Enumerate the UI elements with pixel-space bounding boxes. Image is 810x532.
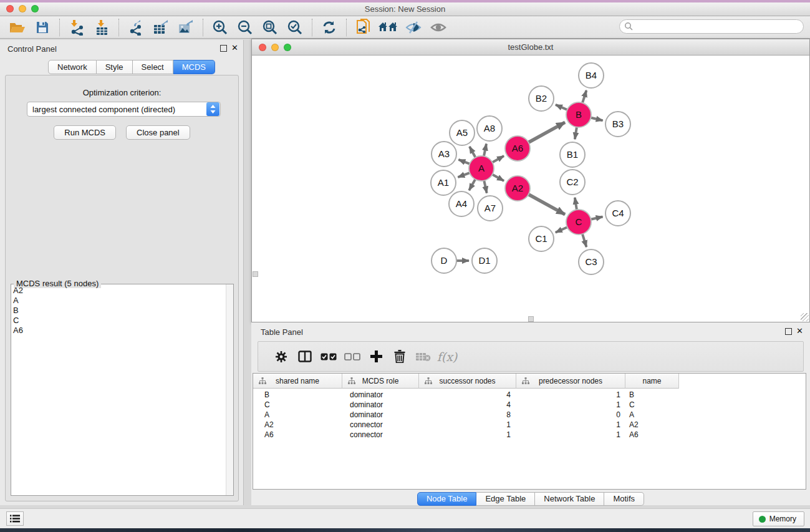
criterion-dropdown[interactable]: largest connected component (directed) (27, 102, 221, 117)
table-row[interactable]: A2connector11A2 (253, 420, 806, 430)
task-history-button[interactable] (6, 511, 24, 526)
node-B3[interactable]: B3 (605, 112, 630, 137)
bottom-scroll-handle[interactable] (528, 316, 534, 322)
search-input[interactable] (634, 22, 803, 31)
import-table-button[interactable] (89, 18, 114, 37)
tab-node-table[interactable]: Node Table (417, 492, 477, 506)
tab-select[interactable]: Select (133, 60, 173, 74)
result-item[interactable]: A6 (13, 326, 226, 336)
toolbar-separator (203, 19, 203, 36)
table-cell: A6 (625, 430, 679, 440)
node-B2[interactable]: B2 (529, 86, 554, 111)
close-panel-icon[interactable]: ✕ (231, 43, 238, 52)
table-cell: connector (342, 420, 419, 430)
network-window-titlebar[interactable]: testGlobe.txt (252, 39, 809, 56)
table-settings-button[interactable] (269, 346, 293, 367)
import-network-icon (69, 19, 85, 36)
zoom-selected-button[interactable] (282, 18, 307, 37)
column-header-predecessor-nodes[interactable]: predecessor nodes (516, 374, 625, 389)
show-columns-button[interactable] (293, 346, 317, 367)
export-image-button[interactable] (173, 18, 198, 37)
tab-network-table[interactable]: Network Table (535, 492, 604, 506)
result-item[interactable]: B (13, 306, 226, 316)
result-item[interactable]: A2 (13, 286, 226, 296)
close-panel-button[interactable]: Close panel (126, 125, 190, 140)
node-C3[interactable]: C3 (579, 249, 604, 274)
node-B[interactable]: B (566, 102, 591, 127)
node-A2[interactable]: A2 (505, 176, 530, 201)
tab-style[interactable]: Style (97, 60, 133, 74)
table-row[interactable]: Bdominator41B (253, 390, 806, 400)
node-A[interactable]: A (469, 156, 494, 181)
network-window-title: testGlobe.txt (252, 42, 809, 52)
tab-mcds[interactable]: MCDS (173, 60, 215, 74)
export-network-button[interactable] (123, 18, 148, 37)
node-A6[interactable]: A6 (505, 136, 530, 161)
zoom-in-button[interactable] (208, 18, 233, 37)
svg-text:D1: D1 (478, 255, 490, 266)
fit-content-button[interactable] (258, 18, 282, 37)
run-mcds-button[interactable]: Run MCDS (54, 125, 116, 140)
network-canvas[interactable]: AA1A2A3A4A5A6A7A8BB1B2B3B4CC1C2C3C4DD1 (252, 56, 809, 322)
tab-network[interactable]: Network (48, 60, 97, 74)
result-item[interactable]: C (13, 316, 226, 326)
node-D1[interactable]: D1 (472, 248, 497, 273)
refresh-button[interactable] (317, 18, 342, 37)
node-A3[interactable]: A3 (432, 142, 456, 167)
node-A7[interactable]: A7 (478, 196, 503, 221)
column-header-MCDS-role[interactable]: MCDS role (342, 374, 419, 389)
node-A4[interactable]: A4 (449, 191, 474, 216)
tab-motifs[interactable]: Motifs (604, 492, 644, 506)
close-table-panel-icon[interactable]: ✕ (796, 326, 803, 336)
node-C4[interactable]: C4 (605, 201, 630, 226)
save-session-button[interactable] (30, 18, 55, 37)
result-item[interactable]: A (13, 296, 226, 306)
table-cell: 4 (419, 390, 516, 400)
node-C[interactable]: C (566, 210, 591, 235)
float-panel-icon[interactable] (220, 45, 227, 52)
table-row[interactable]: Cdominator41C (253, 400, 806, 410)
svg-text:A2: A2 (512, 183, 523, 193)
import-network-button[interactable] (64, 18, 89, 37)
column-header-name[interactable]: name (625, 374, 679, 389)
new-network-from-selection-button[interactable] (351, 18, 376, 37)
houses-button[interactable] (376, 18, 401, 37)
table-header-row: shared nameMCDS rolesuccessor nodesprede… (253, 374, 806, 389)
column-header-successor-nodes[interactable]: successor nodes (419, 374, 516, 389)
node-C1[interactable]: C1 (529, 226, 554, 251)
mcds-result-list[interactable]: A2ABCA6 (11, 286, 226, 495)
float-table-panel-icon[interactable] (785, 328, 792, 335)
zoom-in-icon (212, 19, 228, 36)
select-all-rows-button[interactable] (317, 346, 340, 367)
node-table[interactable]: shared nameMCDS rolesuccessor nodesprede… (253, 373, 806, 490)
table-row[interactable]: Adominator80A (253, 410, 806, 420)
tab-edge-table[interactable]: Edge Table (476, 492, 535, 506)
node-C2[interactable]: C2 (560, 170, 585, 195)
open-session-button[interactable] (5, 18, 30, 37)
node-A1[interactable]: A1 (431, 170, 456, 195)
create-column-button[interactable] (364, 346, 388, 367)
table-cell: 0 (516, 410, 625, 420)
column-header-shared-name[interactable]: shared name (253, 374, 342, 389)
resize-grip[interactable] (801, 313, 809, 321)
table-row[interactable]: A6connector11A6 (253, 430, 806, 440)
hide-selected-button[interactable] (401, 18, 426, 37)
table-cell: 1 (419, 430, 516, 440)
svg-text:C4: C4 (612, 208, 624, 218)
delete-column-button[interactable] (388, 346, 412, 367)
table-cell: A2 (625, 420, 679, 430)
export-table-button[interactable] (148, 18, 173, 37)
memory-button[interactable]: Memory (753, 511, 804, 526)
table-cell: dominator (342, 400, 419, 410)
node-A8[interactable]: A8 (477, 116, 502, 141)
node-D[interactable]: D (432, 248, 456, 273)
deselect-all-rows-button[interactable] (340, 346, 364, 367)
node-B4[interactable]: B4 (579, 63, 604, 88)
global-search-field[interactable] (619, 19, 804, 34)
zoom-out-button[interactable] (233, 18, 258, 37)
node-A5[interactable]: A5 (450, 120, 475, 145)
result-scrollbar[interactable] (226, 284, 233, 495)
left-scroll-handle[interactable] (253, 271, 258, 277)
node-B1[interactable]: B1 (560, 142, 585, 167)
show-all-button[interactable] (426, 18, 451, 37)
